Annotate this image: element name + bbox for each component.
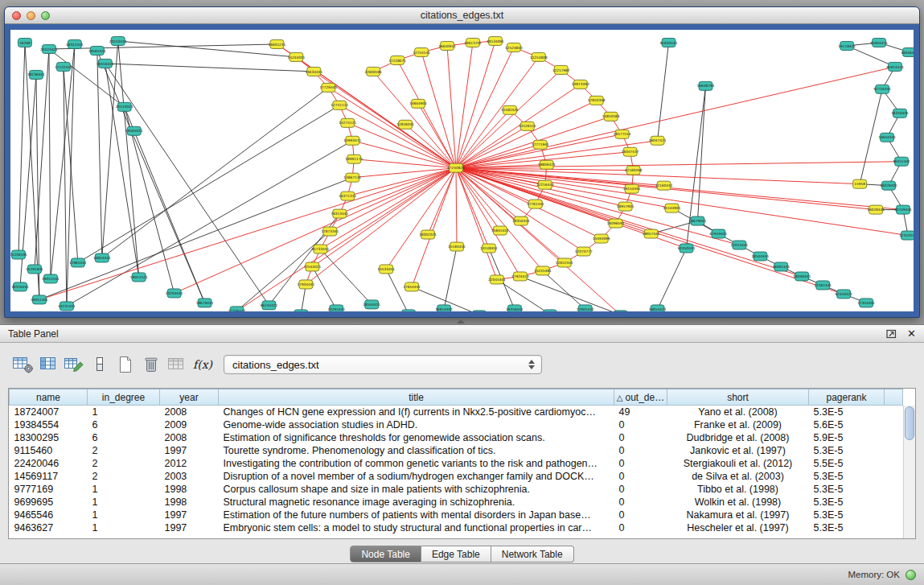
network-node[interactable]: 17726441 xyxy=(319,83,337,92)
network-node[interactable]: 10973493 xyxy=(572,80,589,89)
network-node[interactable]: 20510021 xyxy=(116,102,133,111)
table-row[interactable]: 1456911722003Disruption of a novel membe… xyxy=(10,470,903,483)
network-node[interactable]: 18544441 xyxy=(751,252,769,261)
network-node[interactable]: 17873341 xyxy=(321,227,339,236)
network-node[interactable]: 19565021 xyxy=(125,126,143,135)
network-node[interactable]: 12160498 xyxy=(625,166,643,175)
network-node[interactable]: 14644901 xyxy=(409,99,427,108)
network-node[interactable]: 15493099 xyxy=(593,234,610,243)
network-node[interactable]: 12754141 xyxy=(413,47,430,56)
network-node[interactable]: 22045441 xyxy=(488,275,506,284)
network-node[interactable]: 18957901 xyxy=(617,202,634,211)
table-row[interactable]: 969969511998Structural magnetic resonanc… xyxy=(10,496,903,509)
network-node[interactable]: 20510441 xyxy=(109,36,127,45)
network-node[interactable]: 18544411 xyxy=(363,300,380,309)
function-builder-button[interactable]: f(x) xyxy=(190,352,216,377)
network-node[interactable]: 17771941 xyxy=(532,140,549,149)
column-header-name[interactable]: name xyxy=(10,389,88,406)
network-node[interactable]: 18577514 xyxy=(614,130,631,138)
network-node[interactable]: 17654441 xyxy=(403,282,421,291)
network-node[interactable]: 10993471 xyxy=(343,136,361,145)
network-node[interactable]: 15245481 xyxy=(534,266,552,275)
network-node[interactable]: 18354441 xyxy=(512,216,530,225)
network-node[interactable]: 91544901 xyxy=(663,204,681,212)
network-node[interactable]: 14244001 xyxy=(287,52,305,61)
delete-button[interactable] xyxy=(138,352,164,377)
network-node[interactable]: 18312441 xyxy=(66,39,84,48)
network-node[interactable]: 18046401 xyxy=(901,47,914,56)
network-node[interactable]: 14275121 xyxy=(339,118,356,127)
column-header-year[interactable]: year xyxy=(160,389,219,406)
panel-resize-grip[interactable] xyxy=(457,319,465,323)
network-node[interactable]: 14644441 xyxy=(878,133,896,142)
network-node[interactable]: 81830441 xyxy=(660,38,678,47)
network-node[interactable]: 13126515 xyxy=(519,122,536,130)
network-node[interactable]: 16028441 xyxy=(867,205,885,214)
network-node[interactable]: 19416441 xyxy=(97,59,114,68)
network-node[interactable]: 59051541 xyxy=(42,274,60,283)
network-node[interactable]: 18236401 xyxy=(541,310,559,311)
network-node[interactable]: 11254808 xyxy=(530,52,548,61)
network-node[interactable]: 12216443 xyxy=(536,180,554,189)
network-node[interactable]: 16640911 xyxy=(438,41,456,50)
network-node[interactable]: 16288 xyxy=(18,38,31,47)
network-node[interactable]: 20424421 xyxy=(40,44,58,53)
network-node[interactable]: 72544021 xyxy=(303,262,321,271)
network-node[interactable]: 78313441 xyxy=(331,209,348,218)
network-node[interactable]: 13295441 xyxy=(327,305,345,311)
network-node[interactable]: 16047421 xyxy=(649,136,667,145)
network-node[interactable]: 19565441 xyxy=(88,46,106,55)
network-node[interactable]: 95904411 xyxy=(870,38,888,47)
network-node[interactable]: 18302021 xyxy=(419,230,437,239)
network-node[interactable]: 19356441 xyxy=(506,305,524,311)
network-node[interactable]: 16091441 xyxy=(772,262,790,271)
network-selector[interactable]: citations_edges.txt xyxy=(224,355,542,374)
network-node[interactable]: 16854401 xyxy=(435,305,453,311)
network-node[interactable]: 12217987 xyxy=(552,65,570,74)
network-node[interactable]: 13148451 xyxy=(480,244,498,253)
table-row[interactable]: 977716911998Corpus callosum shape and si… xyxy=(10,483,903,496)
network-node[interactable]: 18316441 xyxy=(11,282,29,291)
network-node[interactable]: 16028401 xyxy=(880,181,897,190)
network-node[interactable]: 18316401 xyxy=(891,109,909,117)
network-node[interactable]: 95914411 xyxy=(886,62,904,71)
network-node[interactable]: 15582421 xyxy=(501,105,519,114)
network-node[interactable]: 12015441 xyxy=(730,241,748,249)
network-node[interactable]: 12261441 xyxy=(814,281,832,290)
network-node[interactable]: 16648794 xyxy=(697,81,715,90)
network-node[interactable]: 96244421 xyxy=(261,301,278,310)
network-canvas[interactable]: 1724082112524843112548081221798710973493… xyxy=(10,30,914,311)
table-row[interactable]: 1830029562008Estimation of significance … xyxy=(10,431,903,444)
network-node[interactable]: 12905441 xyxy=(577,305,594,311)
tab-node-table[interactable]: Node Table xyxy=(350,546,421,562)
table-row[interactable]: 1938455462009Genome-wide association stu… xyxy=(10,418,903,431)
network-node[interactable]: 16371311 xyxy=(339,192,356,200)
network-node[interactable]: 92734441 xyxy=(873,84,891,93)
network-node[interactable]: 17850348 xyxy=(588,96,606,105)
column-header-pagerank[interactable]: pagerank xyxy=(809,389,885,406)
network-node[interactable]: 19613701 xyxy=(464,38,482,47)
scrollbar-thumb[interactable] xyxy=(905,406,914,440)
network-node[interactable]: 16601231 xyxy=(269,39,286,48)
import-table-button[interactable] xyxy=(164,352,190,377)
network-node[interactable]: 67919441 xyxy=(710,229,728,238)
network-node[interactable]: 19118441 xyxy=(838,41,856,50)
network-node[interactable]: 17924413 xyxy=(511,272,529,281)
network-node[interactable]: 12751121 xyxy=(331,101,348,109)
network-node[interactable]: 18806421 xyxy=(538,160,556,169)
tab-network-table[interactable]: Network Table xyxy=(491,546,574,562)
rows-button[interactable] xyxy=(87,352,113,377)
network-node[interactable]: 14231441 xyxy=(58,302,76,311)
column-header-in_degree[interactable]: in_degree xyxy=(88,389,160,406)
table-row[interactable]: 946554611997Estimation of the future num… xyxy=(10,509,903,521)
network-node[interactable]: 12524843 xyxy=(505,43,523,51)
network-node[interactable]: 14850583 xyxy=(602,112,620,121)
table-row[interactable]: 946362711997Embryonic stem cells: a mode… xyxy=(10,521,903,534)
network-node[interactable]: 59051521 xyxy=(130,273,148,282)
network-node[interactable]: 18991171 xyxy=(345,154,363,163)
network-node[interactable]: 16854441 xyxy=(93,253,111,262)
table-scrollbar[interactable] xyxy=(903,406,915,538)
network-node[interactable]: 15184451 xyxy=(448,242,466,251)
network-node[interactable]: 18679441 xyxy=(196,299,214,307)
network-node[interactable]: 17122441 xyxy=(55,62,72,71)
